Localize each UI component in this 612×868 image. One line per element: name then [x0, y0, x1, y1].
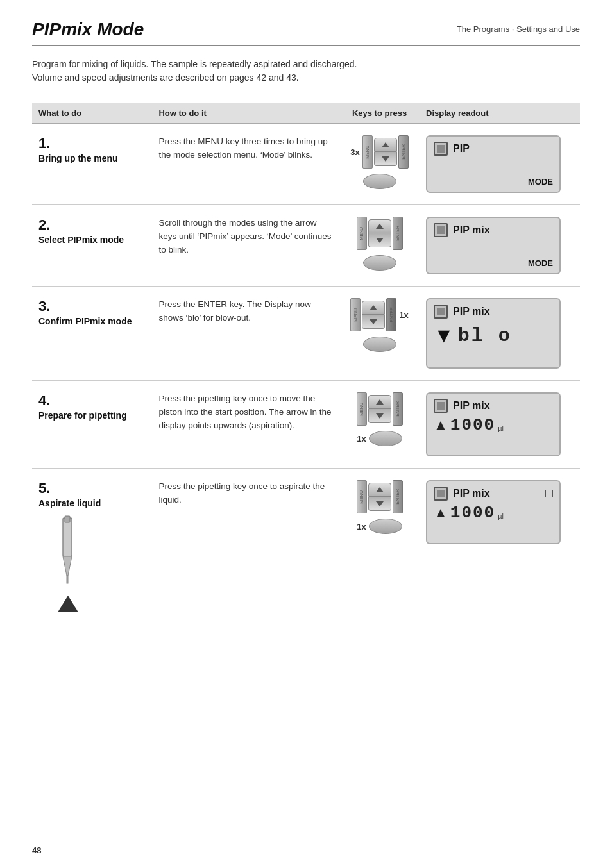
enter-label-3: ENTER [389, 307, 394, 322]
svg-marker-1 [63, 556, 72, 576]
pipette-illustration [38, 515, 146, 619]
step-2-description-cell: Scroll through the modes using the arrow… [152, 205, 339, 287]
arrow-up-btn-4[interactable] [368, 395, 391, 409]
step-2-label: Select PIPmix mode [38, 235, 146, 245]
step-4-pip-text: PIP mix [453, 400, 490, 412]
step-3-description: Press the ENTER key. The Display now sho… [158, 299, 310, 322]
arrow-down-icon-5 [376, 501, 384, 506]
step-2-description: Scroll through the modes using the arrow… [158, 218, 331, 255]
step-5-up-arrow: ▲ [434, 505, 448, 521]
svg-rect-3 [65, 516, 70, 522]
enter-button-4[interactable]: ENTER [393, 392, 403, 426]
step-3-multiplier: 1x [399, 310, 408, 320]
arrow-down-btn-5[interactable] [368, 497, 391, 511]
step-1-display-cell: PIP MODE [420, 124, 580, 205]
page-header: PIPmix Mode The Programs · Settings and … [32, 19, 580, 46]
arrow-up-btn-5[interactable] [368, 483, 391, 497]
intro-text: Program for mixing of liquids. The sampl… [32, 58, 580, 85]
step-5-btn-cluster: MENU ENTER [357, 480, 403, 513]
step-1-multiplier: 3x [350, 147, 359, 157]
enter-button-1[interactable]: ENTER [398, 135, 409, 169]
step-2-pip-text: PIP mix [453, 224, 490, 236]
arrow-up-btn-1[interactable] [374, 138, 397, 152]
step-4-keys-cell: MENU ENTER [339, 381, 420, 469]
step-2-display: PIP mix MODE [426, 217, 561, 274]
arrow-up-icon-1 [382, 142, 389, 147]
step-1-btn-cluster: MENU [362, 135, 409, 169]
step-1-row: 1. Bring up the menu Press the MENU key … [32, 124, 580, 205]
step-5-keys: MENU ENTER [346, 480, 413, 534]
arrow-down-btn-4[interactable] [368, 409, 391, 423]
page: PIPmix Mode The Programs · Settings and … [0, 0, 612, 868]
page-number: 48 [32, 846, 41, 855]
arrow-down-btn-3[interactable] [362, 315, 385, 329]
menu-button-5[interactable]: MENU [357, 480, 367, 513]
column-header-row: What to do How to do it Keys to press Di… [32, 103, 580, 124]
arrow-down-btn-1[interactable] [374, 152, 397, 166]
menu-button-3[interactable]: MENU [350, 298, 361, 331]
svg-rect-0 [63, 518, 72, 556]
arrow-up-icon-2 [376, 224, 384, 229]
oval-button-5[interactable] [369, 519, 402, 534]
arrow-up-btn-2[interactable] [368, 219, 391, 233]
step-1-mode-text: MODE [528, 177, 553, 187]
arrow-down-btn-2[interactable] [368, 233, 391, 247]
step-5-display-icon-inner [437, 490, 445, 497]
enter-button-2[interactable]: ENTER [393, 217, 403, 250]
step-5-number: 5. [38, 480, 50, 496]
step-5-row: 5. Aspirate liquid [32, 469, 580, 631]
arrow-up-icon-4 [376, 399, 384, 405]
step-3-keys: MENU [346, 298, 413, 352]
step-2-display-icon-inner [437, 226, 445, 234]
step-2-row: 2. Select PIPmix mode Scroll through the… [32, 205, 580, 287]
enter-label-2: ENTER [395, 226, 400, 241]
step-3-down-arrow: ▼ [434, 324, 454, 347]
menu-label-1: MENU [365, 146, 370, 159]
intro-line2: Volume and speed adjustments are describ… [32, 71, 580, 85]
step-5-small-icon [545, 490, 553, 497]
step-4-label-cell: 4. Prepare for pipetting [32, 381, 152, 469]
intro-line1: Program for mixing of liquids. The sampl… [32, 58, 580, 71]
enter-button-3[interactable]: ENTER [386, 298, 396, 331]
step-1-description-cell: Press the MENU key three times to bring … [152, 124, 339, 205]
step-3-display: PIP mix ▼ bl o [426, 298, 561, 369]
arrow-up-btn-3[interactable] [362, 301, 385, 315]
step-4-up-arrow: ▲ [434, 417, 448, 433]
enter-label-1: ENTER [401, 144, 405, 160]
enter-button-5[interactable]: ENTER [393, 480, 403, 513]
step-3-blo-text: bl o [458, 325, 512, 347]
menu-button-2[interactable]: MENU [357, 217, 367, 250]
step-3-display-top: PIP mix [434, 305, 553, 319]
step-4-display-cell: PIP mix ▲ 1000 µl [420, 381, 580, 469]
oval-button-4[interactable] [369, 431, 402, 446]
arrow-up-icon-5 [376, 487, 384, 492]
instruction-table: What to do How to do it Keys to press Di… [32, 103, 580, 631]
step-3-display-cell: PIP mix ▼ bl o [420, 287, 580, 381]
arrow-up-icon-3 [370, 305, 377, 310]
step-4-num-row: ▲ 1000 µl [434, 415, 553, 435]
step-3-btn-cluster: MENU [350, 298, 396, 331]
step-3-number: 3. [38, 298, 50, 314]
step-5-label: Aspirate liquid [38, 498, 146, 508]
arrow-down-icon-1 [382, 156, 389, 162]
step-2-label-cell: 2. Select PIPmix mode [32, 205, 152, 287]
step-5-display-cell: PIP mix ▲ 1000 µl [420, 469, 580, 631]
menu-button-1[interactable]: MENU [362, 135, 373, 169]
enter-label-4: ENTER [395, 401, 400, 417]
step-4-description-cell: Press the pipetting key once to move the… [152, 381, 339, 469]
step-5-unit: µl [498, 512, 504, 520]
page-title: PIPmix Mode [32, 19, 144, 40]
oval-button-2[interactable] [363, 255, 396, 271]
step-5-description: Press the pipetting key once to aspirate… [158, 481, 325, 505]
step-2-mode-text: MODE [528, 258, 553, 268]
col-how: How to do it [152, 103, 339, 124]
oval-button-1[interactable] [363, 174, 396, 189]
oval-button-3[interactable] [363, 337, 396, 352]
menu-button-4[interactable]: MENU [357, 392, 367, 426]
svg-rect-2 [67, 576, 68, 583]
step-3-display-icon-inner [437, 308, 445, 315]
pipette-svg [45, 515, 90, 592]
step-1-keys: 3x MENU [346, 135, 413, 189]
step-2-display-top: PIP mix [434, 223, 553, 237]
step-4-description: Press the pipetting key once to move the… [158, 394, 331, 430]
